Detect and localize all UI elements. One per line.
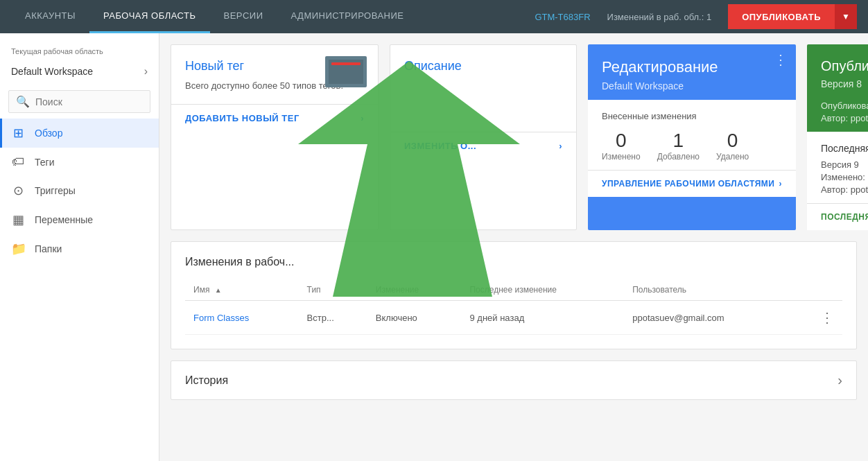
cards-row: Новый тег Всего доступно более 50 типов … [171, 44, 857, 230]
search-icon: 🔍 [16, 95, 30, 108]
workspace-label: Текущая рабочая область [0, 39, 159, 58]
sidebar-item-label-folders: Папки [35, 243, 62, 254]
changed-label: Изменено [602, 152, 641, 162]
sidebar-item-label-triggers: Триггеры [35, 185, 76, 196]
latest-version-button[interactable]: ПОСЛЕДНЯЯ ВЕРСИЯ › [807, 203, 868, 230]
added-number: 1 [657, 130, 700, 152]
changes-table-section: Изменения в рабоч... Имя ▲ Тип Изменение… [171, 241, 857, 349]
app-layout: Текущая рабочая область Default Workspac… [0, 33, 868, 461]
latest-btn-label: ПОСЛЕДНЯЯ ВЕРСИЯ [821, 212, 868, 222]
sidebar-item-label-overview: Обзор [35, 128, 62, 139]
deleted-number: 0 [716, 130, 749, 152]
sidebar-item-variables[interactable]: ▦ Переменные [0, 205, 159, 234]
table-header-row: Имя ▲ Тип Изменение Последнее изменение … [185, 279, 842, 301]
added-label: Добавлено [657, 152, 700, 162]
deleted-label: Удалено [716, 152, 749, 162]
changes-numbers: 0 Изменено 1 Добавлено 0 Удалено [602, 130, 782, 162]
nav-workspace[interactable]: РАБОЧАЯ ОБЛАСТЬ [89, 0, 210, 33]
row-name-link[interactable]: Form Classes [193, 313, 249, 323]
edit-description-label: ИЗМЕНИТЬ О... [404, 141, 476, 151]
published-title: Опубликованная верс... [821, 58, 868, 74]
description-title: Описание [404, 59, 562, 73]
nav-changes-count: Изменений в раб. обл.: 1 [607, 12, 712, 22]
nav-admin[interactable]: АДМИНИСТРИРОВАНИЕ [277, 0, 417, 33]
tags-icon: 🏷 [11, 155, 25, 169]
overview-icon: ⊞ [11, 125, 25, 141]
chevron-right-icon-tag: › [361, 113, 364, 123]
sidebar-item-overview[interactable]: ⊞ Обзор [0, 119, 159, 148]
change-num-deleted: 0 Удалено [716, 130, 749, 162]
chevron-right-icon-desc: › [559, 141, 562, 151]
triggers-icon: ⊙ [11, 183, 25, 198]
sidebar-item-label-tags: Теги [35, 157, 54, 168]
col-last-change: Последнее изменение [461, 279, 624, 301]
latest-version-title: Последняя версия [821, 143, 868, 154]
row-user: ppotasuev@gmail.com [624, 301, 795, 335]
chevron-down-icon: ▼ [842, 12, 850, 21]
history-chevron-icon: › [837, 372, 842, 388]
history-section[interactable]: История › [171, 360, 857, 400]
row-last-change: 9 дней назад [461, 301, 624, 335]
editing-title: Редактирование [602, 58, 782, 76]
publish-dropdown-button[interactable]: ▼ [835, 4, 857, 29]
sidebar-item-triggers[interactable]: ⊙ Триггеры [0, 176, 159, 205]
changes-title: Внесенные изменения [602, 111, 782, 121]
search-box[interactable]: 🔍 [8, 90, 150, 113]
variables-icon: ▦ [11, 212, 25, 227]
change-num-added: 1 Добавлено [657, 130, 700, 162]
sidebar-item-folders[interactable]: 📁 Папки [0, 234, 159, 263]
edit-description-button[interactable]: ИЗМЕНИТЬ О... › [390, 132, 576, 159]
chevron-right-icon: › [144, 65, 148, 78]
folders-icon: 📁 [11, 241, 25, 256]
row-name: Form Classes [185, 301, 299, 335]
tag-icon [325, 56, 367, 87]
gtm-id[interactable]: GTM-T683FR [535, 12, 590, 22]
new-tag-card: Новый тег Всего доступно более 50 типов … [171, 44, 379, 230]
add-new-tag-label: ДОБАВИТЬ НОВЫЙ ТЕГ [185, 113, 300, 123]
nav-versions[interactable]: ВЕРСИИ [210, 0, 277, 33]
publish-button[interactable]: ОПУБЛИКОВАТЬ [728, 4, 835, 29]
row-more-button[interactable]: ⋮ [795, 301, 842, 335]
editing-subtitle: Default Workspace [602, 80, 782, 92]
sidebar-item-label-variables: Переменные [35, 214, 93, 225]
search-input[interactable] [35, 96, 143, 107]
col-name[interactable]: Имя ▲ [185, 279, 299, 301]
description-card: Описание ИЗМЕНИТЬ О... › [390, 44, 577, 230]
sidebar-item-tags[interactable]: 🏷 Теги [0, 148, 159, 176]
table-row: Form Classes Встр... Включено 9 дней наз… [185, 301, 842, 335]
main-content: Новый тег Всего доступно более 50 типов … [159, 33, 868, 461]
published-date: Опубликовано 9 дней назад [821, 101, 868, 111]
change-num-changed: 0 Изменено [602, 130, 641, 162]
changes-table-title: Изменения в рабоч... [185, 256, 842, 268]
changes-table: Имя ▲ Тип Изменение Последнее изменение … [185, 279, 842, 335]
manage-btn-label: УПРАВЛЕНИЕ РАБОЧИМИ ОБЛАСТЯМИ [602, 179, 774, 189]
nav-accounts[interactable]: АККАУНТЫ [11, 0, 89, 33]
workspace-name: Default Workspace [11, 66, 93, 77]
latest-author: Автор: ppotasuev@gmail.com [821, 184, 868, 195]
chevron-right-icon-manage: › [779, 179, 783, 189]
sidebar-nav: ⊞ Обзор 🏷 Теги ⊙ Триггеры ▦ Переменные 📁… [0, 119, 159, 263]
sidebar: Текущая рабочая область Default Workspac… [0, 33, 159, 461]
changed-number: 0 [602, 130, 641, 152]
changes-section: Внесенные изменения 0 Изменено 1 Добавле… [588, 100, 796, 197]
tag-icon-inner [329, 60, 363, 84]
row-change: Включено [367, 301, 462, 335]
history-title: История [185, 374, 228, 387]
add-new-tag-button[interactable]: ДОБАВИТЬ НОВЫЙ ТЕГ › [171, 104, 378, 132]
editing-card: Редактирование Default Workspace ⋮ Внесе… [588, 44, 796, 230]
manage-workspaces-button[interactable]: УПРАВЛЕНИЕ РАБОЧИМИ ОБЛАСТЯМИ › [588, 170, 796, 197]
latest-changed: Изменено: 9 дней назад [821, 172, 868, 182]
published-card: Опубликованная верс... Версия 8 Опублико… [807, 44, 868, 230]
col-type: Тип [299, 279, 367, 301]
workspace-selector[interactable]: Default Workspace › [0, 58, 159, 85]
latest-version-num: Версия 9 [821, 159, 868, 170]
sort-icon: ▲ [215, 286, 222, 294]
top-nav: АККАУНТЫ РАБОЧАЯ ОБЛАСТЬ ВЕРСИИ АДМИНИСТ… [0, 0, 868, 33]
editing-more-button[interactable]: ⋮ [774, 53, 788, 67]
row-type: Встр... [299, 301, 367, 335]
col-change: Изменение [367, 279, 462, 301]
published-version: Версия 8 [821, 78, 868, 89]
col-user: Пользователь [624, 279, 795, 301]
published-author: Автор: ppotasuev@gmail.com [821, 113, 868, 123]
col-actions [795, 279, 842, 301]
